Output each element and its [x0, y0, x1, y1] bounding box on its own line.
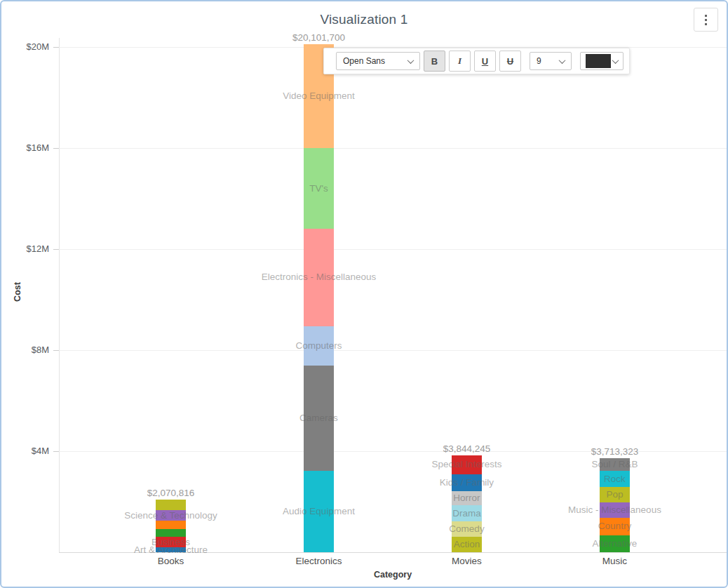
font-color-select[interactable] — [580, 52, 623, 70]
y-tick-label: $20M — [1, 41, 49, 53]
x-category-label: Books — [115, 556, 227, 567]
x-axis-line — [59, 552, 727, 553]
y-tick-label: $4M — [1, 446, 49, 457]
x-category-label: Movies — [411, 556, 523, 567]
chevron-down-icon — [559, 57, 566, 64]
bold-button[interactable]: B — [424, 51, 445, 72]
font-color-swatch — [586, 54, 611, 68]
y-tick-label: $12M — [1, 243, 49, 255]
font-size-value: 9 — [537, 56, 541, 66]
gridline — [59, 249, 727, 250]
bar-total-label: $20,101,700 — [249, 32, 389, 44]
bar-segment[interactable] — [304, 148, 334, 228]
bar-segment[interactable] — [156, 500, 186, 510]
text-format-toolbar: Open Sans B I U U 9 — [323, 48, 630, 74]
bar-segment[interactable] — [600, 502, 630, 518]
underline-button[interactable]: U — [474, 51, 496, 72]
y-tick-label: $8M — [1, 345, 49, 356]
y-tick-mark — [53, 451, 59, 452]
y-tick-mark — [53, 148, 59, 149]
font-family-select[interactable]: Open Sans — [336, 52, 420, 70]
y-axis-title: Cost — [13, 282, 22, 302]
bar-segment[interactable] — [304, 471, 334, 552]
bar-segment[interactable] — [600, 518, 630, 535]
bar-segment[interactable] — [452, 491, 482, 505]
italic-icon: I — [458, 55, 461, 67]
visualization-card: Visualization 1 Cost Category $20M$16M$1… — [0, 0, 728, 588]
bar-segment[interactable] — [452, 474, 482, 492]
bar-segment[interactable] — [156, 537, 186, 547]
gridline — [59, 148, 727, 149]
x-category-label: Music — [559, 556, 671, 567]
italic-button[interactable]: I — [449, 51, 471, 72]
y-tick-mark — [53, 249, 59, 250]
bar-segment[interactable] — [600, 471, 630, 487]
font-size-select[interactable]: 9 — [530, 52, 572, 70]
gridline — [59, 350, 727, 351]
underline-icon: U — [482, 56, 488, 67]
y-axis-line — [59, 38, 60, 552]
bar-segment[interactable] — [600, 535, 630, 552]
y-tick-mark — [53, 350, 59, 351]
chevron-down-icon — [612, 57, 619, 64]
font-family-value: Open Sans — [343, 56, 385, 66]
x-category-label: Electronics — [263, 556, 375, 567]
bar-segment[interactable] — [304, 229, 334, 326]
bar-segment[interactable] — [304, 326, 334, 366]
bold-icon: B — [431, 56, 438, 67]
y-tick-mark — [53, 47, 59, 48]
bar-segment[interactable] — [452, 537, 482, 552]
bar-segment[interactable] — [452, 455, 482, 474]
bar-total-label: $3,844,245 — [397, 443, 537, 455]
y-tick-label: $16M — [1, 142, 49, 154]
bar-total-label: $2,070,816 — [101, 488, 241, 499]
strikethrough-icon: U — [507, 56, 513, 67]
x-axis-title: Category — [59, 570, 727, 580]
bar-segment[interactable] — [600, 458, 630, 471]
bar-segment[interactable] — [304, 366, 334, 471]
bar-segment[interactable] — [600, 487, 630, 502]
strikethrough-button[interactable]: U — [499, 51, 521, 72]
bar-segment[interactable] — [452, 521, 482, 537]
bar-total-label: $3,713,323 — [545, 446, 685, 457]
chevron-down-icon — [407, 57, 414, 64]
bar-segment[interactable] — [452, 505, 482, 521]
bar-segment[interactable] — [156, 547, 186, 552]
bar-segment[interactable] — [156, 529, 186, 537]
chart-area: Cost Category $20M$16M$12M$8M$4MBooksEle… — [1, 1, 727, 587]
bar-segment[interactable] — [156, 510, 186, 521]
bar-segment[interactable] — [156, 521, 186, 529]
